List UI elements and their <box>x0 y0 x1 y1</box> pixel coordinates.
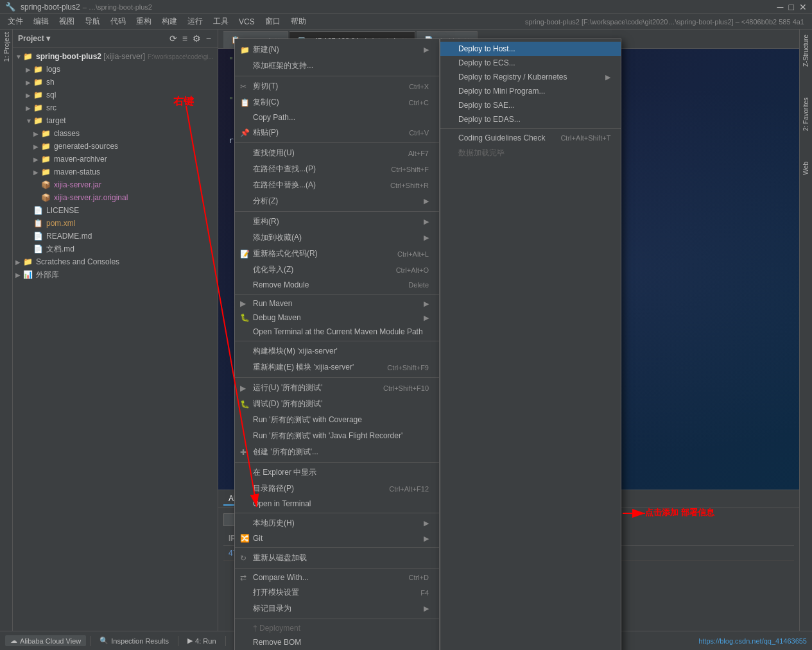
ctx-run-maven-label: Run Maven <box>253 299 292 308</box>
tree-item-jar[interactable]: 📦 xijia-server.jar <box>13 178 218 191</box>
classes-folder-icon: 📁 <box>41 129 51 138</box>
ctx-copy-path[interactable]: Copy Path... <box>235 110 439 124</box>
ctx-remove-bom[interactable]: Remove BOM <box>235 635 439 649</box>
tree-item-scratches[interactable]: ▶ 📁 Scratches and Consoles <box>13 255 218 268</box>
menu-item-code[interactable]: 代码 <box>105 15 131 28</box>
ctx-find-usages-label: 查找使用(U) <box>253 148 295 158</box>
minimize-btn[interactable]: ─ <box>777 2 784 12</box>
taskbar-alibaba-cloud[interactable]: ☁ Alibaba Cloud View <box>5 635 86 646</box>
ctx-reload-label: 重新从磁盘加载 <box>253 552 307 563</box>
menu-item-help[interactable]: 帮助 <box>286 15 311 28</box>
ctx-paste[interactable]: 📌 粘贴(P) Ctrl+V <box>235 124 439 141</box>
ctx-show-explorer[interactable]: 在 Explorer 中显示 <box>235 465 439 481</box>
ctx-analyze[interactable]: 分析(Z) ▶ <box>235 193 439 209</box>
menu-item-file[interactable]: 文件 <box>3 15 28 28</box>
debug-tests-icon: 🐛 <box>240 400 250 409</box>
ctx-local-history[interactable]: 本地历史(H) ▶ <box>235 515 439 531</box>
ctx-reload[interactable]: ↻ 重新从磁盘加载 <box>235 550 439 566</box>
ctx-deploy-edas[interactable]: Deploy to EDAS... <box>440 112 621 126</box>
ctx-coding-guidelines[interactable]: Coding Guidelines Check Ctrl+Alt+Shift+T <box>440 131 621 145</box>
taskbar-inspection[interactable]: 🔍 Inspection Results <box>94 635 174 646</box>
tree-item-maven-archiver[interactable]: ▶ 📁 maven-archiver <box>13 153 218 166</box>
ctx-refactor[interactable]: 重构(R) ▶ <box>235 214 439 230</box>
menu-item-window[interactable]: 窗口 <box>260 15 286 28</box>
tree-root[interactable]: ▼ 📁 spring-boot-plus2 [xijia-server] F:\… <box>13 50 218 63</box>
ctx-find-in-path[interactable]: 在路径中查找...(P) Ctrl+Shift+F <box>235 161 439 177</box>
ctx-add-framework[interactable]: 添加框架的支持... <box>235 58 439 74</box>
ctx-new[interactable]: 📁 新建(N) ▶ <box>235 42 439 58</box>
ctx-deploy-sae[interactable]: Deploy to SAE... <box>440 98 621 112</box>
ctx-build-module[interactable]: 构建模块(M) 'xijia-server' <box>235 343 439 359</box>
ctx-deploy-host[interactable]: Deploy to Host... <box>440 42 621 56</box>
ctx-optimize-label: 优化导入(Z) <box>253 264 293 275</box>
ctx-deploy-edas-label: Deploy to EDAS... <box>458 115 521 124</box>
ctx-run-jfr[interactable]: Run '所有的测试' with 'Java Flight Recorder' <box>235 428 439 444</box>
ctx-run-coverage[interactable]: Run '所有的测试' with Coverage <box>235 412 439 428</box>
ctx-rebuild-module[interactable]: 重新构建(E) 模块 'xijia-server' Ctrl+Shift+F9 <box>235 359 439 375</box>
reformat-icon: 📝 <box>240 250 250 259</box>
web-strip[interactable]: Web <box>802 162 809 175</box>
tree-item-license[interactable]: 📄 LICENSE <box>13 204 218 217</box>
sql-label: sql <box>46 90 56 99</box>
tree-item-readme[interactable]: 📄 README.md <box>13 230 218 243</box>
ctx-optimize-imports[interactable]: 优化导入(Z) Ctrl+Alt+O <box>235 262 439 278</box>
readme-label: README.md <box>46 232 92 241</box>
ctx-git[interactable]: 🔀 Git ▶ <box>235 531 439 545</box>
ctx-reformat[interactable]: 📝 重新格式化代码(R) Ctrl+Alt+L <box>235 246 439 262</box>
tree-item-pom[interactable]: 📋 pom.xml <box>13 217 218 230</box>
ctx-run-tests[interactable]: ▶ 运行(U) '所有的测试' Ctrl+Shift+F10 <box>235 380 439 396</box>
menu-item-refactor[interactable]: 重构 <box>131 15 157 28</box>
ctx-local-history-label: 本地历史(H) <box>253 518 295 529</box>
ctx-deploy-ecs[interactable]: Deploy to ECS... <box>440 56 621 70</box>
favorites-strip[interactable]: 2: Favorites <box>802 98 809 131</box>
tree-item-target[interactable]: ▼ 📁 target <box>13 114 218 127</box>
ctx-find-usages[interactable]: 查找使用(U) Alt+F7 <box>235 145 439 161</box>
menu-item-tools[interactable]: 工具 <box>208 15 234 28</box>
ctx-open-terminal[interactable]: Open in Terminal <box>235 497 439 511</box>
tree-item-sql[interactable]: ▶ 📁 sql <box>13 89 218 101</box>
tree-item-classes[interactable]: ▶ 📁 classes <box>13 127 218 140</box>
tree-item-src[interactable]: ▶ 📁 src <box>13 101 218 114</box>
ctx-dir-path[interactable]: 目录路径(P) Ctrl+Alt+F12 <box>235 481 439 497</box>
menu-item-edit[interactable]: 编辑 <box>28 15 54 28</box>
tree-item-external[interactable]: ▶ 📊 外部库 <box>13 268 218 281</box>
menu-item-nav[interactable]: 导航 <box>80 15 105 28</box>
minimize-panel-icon[interactable]: − <box>205 33 212 44</box>
menu-item-view[interactable]: 视图 <box>54 15 80 28</box>
ctx-cut[interactable]: ✂ 剪切(T) Ctrl+X <box>235 78 439 94</box>
ctx-debug-tests[interactable]: 🐛 调试(D) '所有的测试' <box>235 396 439 412</box>
ctx-add-favorites[interactable]: 添加到收藏(A) ▶ <box>235 230 439 246</box>
tree-item-doc[interactable]: 📄 文档.md <box>13 243 218 255</box>
ctx-copy[interactable]: 📋 复制(C) Ctrl+C <box>235 94 439 110</box>
ctx-run-maven[interactable]: ▶ Run Maven ▶ <box>235 296 439 311</box>
ctx-remove-module[interactable]: Remove Module Delete <box>235 278 439 292</box>
ctx-mark-dir[interactable]: 标记目录为 ▶ <box>235 601 439 617</box>
ctx-compare[interactable]: ⇄ Compare With... Ctrl+D <box>235 570 439 585</box>
close-btn[interactable]: ✕ <box>799 2 807 12</box>
ctx-replace-in-path[interactable]: 在路径中替换...(A) Ctrl+Shift+R <box>235 177 439 193</box>
src-arrow: ▶ <box>26 105 33 112</box>
tree-item-logs[interactable]: ▶ 📁 logs <box>13 63 218 76</box>
structure-strip[interactable]: Z-Structure <box>802 35 809 67</box>
tree-item-jar-original[interactable]: 📦 xijia-server.jar.original <box>13 191 218 204</box>
run-label: 4: Run <box>195 637 216 645</box>
tree-item-generated-sources[interactable]: ▶ 📁 generated-sources <box>13 140 218 153</box>
title-path: – …\spring-boot-plus2 <box>83 3 152 11</box>
collapse-icon[interactable]: ≡ <box>181 33 189 44</box>
ctx-open-terminal-maven[interactable]: Open Terminal at the Current Maven Modul… <box>235 325 439 339</box>
ctx-deploy-registry[interactable]: Deploy to Registry / Kubernetes ▶ <box>440 70 621 84</box>
menu-item-run[interactable]: 运行 <box>182 15 208 28</box>
taskbar-run[interactable]: ▶ 4: Run <box>182 635 221 646</box>
sync-icon[interactable]: ⟳ <box>168 33 178 44</box>
ctx-deploy-mini[interactable]: Deploy to Mini Program... <box>440 84 621 98</box>
settings-icon[interactable]: ⚙ <box>191 33 202 44</box>
ctx-module-settings[interactable]: 打开模块设置 F4 <box>235 585 439 601</box>
tree-item-maven-status[interactable]: ▶ 📁 maven-status <box>13 166 218 178</box>
maximize-btn[interactable]: □ <box>789 2 794 12</box>
menu-item-vcs[interactable]: VCS <box>234 16 260 28</box>
tree-item-sh[interactable]: ▶ 📁 sh <box>13 76 218 89</box>
menu-item-build[interactable]: 构建 <box>157 15 182 28</box>
ctx-copy-label: 复制(C) <box>253 97 279 108</box>
ctx-create-test[interactable]: ✚ 创建 '所有的测试'... <box>235 444 439 460</box>
ctx-debug-maven[interactable]: 🐛 Debug Maven ▶ <box>235 311 439 325</box>
